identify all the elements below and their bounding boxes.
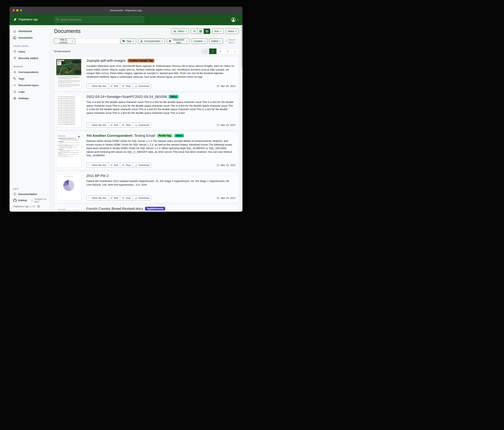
tag-badge[interactable]: Partial Tag (157, 134, 172, 138)
minimize-window-button[interactable] (16, 9, 18, 11)
caret-down-icon: ▼ (161, 40, 163, 42)
download-icon (135, 164, 137, 166)
download-button[interactable]: Download (133, 84, 151, 88)
card-actions: More like this Edit View Download (86, 122, 151, 128)
list-view-icon (193, 30, 196, 33)
paperless-leaf-icon (13, 18, 17, 22)
more-like-this-button[interactable]: More like this (87, 84, 108, 88)
download-button[interactable]: Download (133, 122, 151, 127)
documents-toolbar: Select▼ Sort▼ Views▼ (171, 28, 239, 34)
more-like-this-button[interactable]: More like this (87, 163, 108, 168)
document-title[interactable]: Yet Another Correspondent: Testing Email (86, 134, 155, 138)
sidebar-item-tags[interactable]: Tags (9, 75, 50, 82)
download-icon (135, 85, 137, 87)
grid-view-button[interactable] (197, 29, 204, 34)
more-like-this-button[interactable]: More like this (87, 122, 108, 127)
edit-button[interactable]: Edit (108, 163, 120, 168)
tag-badge[interactable]: TagWithPartial (145, 207, 165, 210)
sidebar-item-logs[interactable]: Logs (9, 88, 50, 95)
pagination-page-2[interactable]: 2 (216, 48, 224, 54)
document-thumbnail[interactable]: French Country BreadFor the Leaven 1 hea… (56, 207, 81, 212)
document-title[interactable]: 2sample-pdf-with-images (86, 59, 126, 63)
document-title[interactable]: 2022-03-24+Sonstige+ScanPC2022-03-24_081… (86, 95, 167, 99)
dots-icon (88, 85, 91, 87)
close-window-button[interactable] (13, 9, 15, 11)
document-thumbnail[interactable]: Patient BP Distribution 2011 (56, 174, 81, 200)
view-button[interactable]: View (120, 84, 133, 88)
thumbnail-column: Simba Release Notes Simba ODBC Driver fo… (54, 132, 83, 170)
filter-created-button[interactable]: Created▼ (192, 38, 207, 44)
eye-icon (122, 85, 124, 87)
sidebar-item-document-types[interactable]: # Document types (9, 82, 50, 88)
document-title[interactable]: French Country Bread Revised.docx (86, 207, 143, 211)
github-icon (13, 199, 17, 202)
select-button[interactable]: Select▼ (171, 28, 189, 34)
filter-text-input[interactable] (75, 38, 120, 44)
document-correspondent[interactable]: Yet Another Correspondent (86, 134, 132, 138)
tag-badge[interactable]: Another Sample Tag (128, 59, 154, 62)
suggest-idea-link[interactable]: Suggest an idea (31, 198, 50, 203)
tag-badge[interactable]: Inbox (174, 134, 184, 138)
filter-correspondent-button[interactable]: Correspondent▼ (138, 38, 165, 44)
list-view-button[interactable] (191, 29, 197, 34)
sort-button[interactable]: Sort▼ (212, 28, 224, 34)
caret-down-icon: ▼ (219, 40, 221, 42)
zoom-window-button[interactable] (20, 9, 22, 11)
chevron-down-icon: ▼ (237, 19, 238, 21)
tagfill-icon (122, 40, 125, 42)
pagination-next[interactable]: » (231, 48, 239, 54)
filter-document-type-button[interactable]: Document type▼ (167, 38, 190, 44)
brand-link[interactable]: Paperless-ngx (9, 18, 50, 22)
sidebar-item-dashboard[interactable]: Dashboard (9, 28, 50, 34)
reset-filters-button[interactable]: ✕Reset filters (225, 38, 239, 44)
sidebar-item-settings[interactable]: Settings (9, 95, 50, 102)
edit-button[interactable]: Edit (108, 122, 120, 127)
caret-down-icon: ▼ (204, 40, 205, 42)
scrollbar-track[interactable] (241, 25, 243, 212)
edit-button[interactable]: Edit (108, 84, 120, 88)
view-button[interactable]: View (120, 163, 133, 168)
pagination-page-1[interactable]: 1 (209, 48, 216, 54)
sidebar-item-documentation[interactable]: ? Documentation (9, 191, 50, 197)
filter-field-button[interactable]: Title & content▼ (54, 38, 75, 44)
sidebar-item-github[interactable]: GitHub (13, 199, 27, 202)
sidebar-item-correspondents[interactable]: Correspondents (9, 69, 50, 75)
sidebar-item-documents[interactable]: Documents (9, 34, 50, 41)
filter-added-button[interactable]: Added▼ (209, 38, 223, 44)
user-menu[interactable]: ▼ (231, 17, 243, 22)
sidebar-info-section: INFO ? Documentation GitHub Suggest an i… (9, 184, 50, 212)
info-circle-icon[interactable] (37, 205, 40, 208)
pagination: «123» (202, 48, 239, 54)
search-icon (56, 18, 59, 21)
detail-view-icon (206, 30, 208, 33)
document-excerpt: This is a test for the double space char… (86, 100, 235, 115)
view-button[interactable]: View (120, 196, 133, 200)
tag-badge[interactable]: Inbox (169, 95, 179, 99)
dots-icon (88, 124, 91, 126)
more-like-this-button[interactable]: More like this (87, 196, 108, 200)
search-input[interactable] (54, 17, 144, 22)
filter-row: Title & content▼ Tags▼ Correspondent▼ Do… (54, 38, 239, 44)
download-button[interactable]: Download (133, 163, 151, 168)
files-icon (13, 36, 16, 39)
pagination-prev[interactable]: « (202, 48, 209, 54)
document-title[interactable]: 2011 BP Pie 2 (86, 174, 108, 178)
sidebar-item-inbox[interactable]: Inbox (9, 48, 50, 55)
document-thumbnail[interactable]: Simba Release Notes Simba ODBC Driver fo… (56, 134, 81, 168)
views-button[interactable]: Views▼ (225, 28, 239, 34)
window-title: Documents - Paperless-ngx (110, 9, 142, 12)
detail-view-button[interactable] (204, 29, 210, 34)
gear-icon (13, 97, 16, 100)
document-thumbnail[interactable]: This is a test for the double space char… (56, 95, 81, 127)
sidebar-item-recently-added[interactable]: Recently Added (9, 55, 50, 61)
funnel-icon (13, 50, 16, 53)
document-count: 53 documents (54, 50, 70, 53)
view-button[interactable]: View (120, 122, 133, 127)
filter-tags-button[interactable]: Tags▼ (120, 38, 136, 44)
dots-icon (88, 197, 91, 199)
document-thumbnail[interactable]: Boundary Waters Trip Legend— Day 1— Day … (56, 59, 81, 88)
scrollbar-thumb[interactable] (241, 26, 242, 68)
edit-button[interactable]: Edit (108, 196, 120, 200)
pagination-page-3[interactable]: 3 (224, 48, 231, 54)
download-button[interactable]: Download (133, 196, 151, 200)
